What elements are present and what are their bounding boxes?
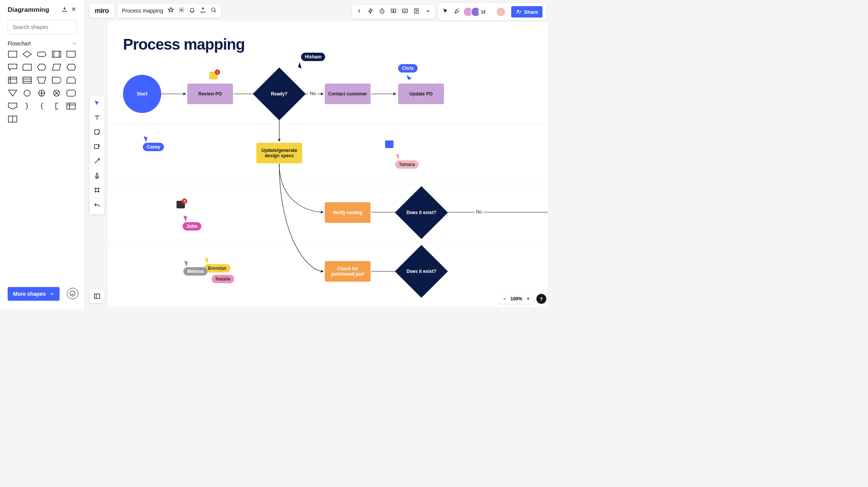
close-panel-icon[interactable] <box>71 6 77 14</box>
user-cursor: Brendan <box>204 258 230 273</box>
shape-data[interactable] <box>52 63 62 71</box>
shape-delay[interactable] <box>52 76 62 84</box>
shape-loop-limit[interactable] <box>66 76 76 84</box>
shape-internal-storage[interactable] <box>8 76 18 84</box>
user-cursor: Chris <box>398 64 418 80</box>
shape-brace-open[interactable] <box>37 102 47 110</box>
participant-avatars[interactable]: 12 <box>465 7 488 17</box>
frame-tool[interactable] <box>92 185 102 195</box>
node-contact-customer[interactable]: Contact customer <box>325 84 371 104</box>
user-cursor: Natalie <box>212 275 234 283</box>
board-header: Process mapping <box>117 4 221 18</box>
share-label: Share <box>524 9 538 15</box>
shape-grid <box>8 50 77 123</box>
shape-tool[interactable] <box>92 142 102 151</box>
shape-brace-close[interactable] <box>22 102 32 110</box>
export-icon[interactable] <box>200 7 206 15</box>
smile-icon <box>70 290 76 297</box>
zoom-out-button[interactable]: − <box>503 296 506 302</box>
node-ready[interactable]: Ready? <box>253 68 306 121</box>
svg-point-5 <box>24 90 30 96</box>
arrow-tool[interactable] <box>92 156 102 166</box>
page-title: Process mapping <box>123 36 245 53</box>
node-exist-2[interactable]: Does it exist? <box>395 245 448 298</box>
shape-display[interactable] <box>66 63 76 71</box>
avatar-self[interactable] <box>496 7 506 17</box>
shape-offpage[interactable] <box>8 102 18 110</box>
voting-icon[interactable] <box>402 8 408 16</box>
node-exist-1[interactable]: Does it exist? <box>395 186 448 239</box>
node-start[interactable]: Start <box>123 75 161 113</box>
pen-tool[interactable] <box>92 171 102 180</box>
shape-stored-data[interactable] <box>22 76 32 84</box>
shape-or[interactable] <box>52 89 62 97</box>
more-shapes-button[interactable]: More shapes <box>8 287 60 301</box>
timer-icon[interactable] <box>379 8 385 16</box>
sticky-tool[interactable] <box>92 127 102 137</box>
comment-thread[interactable]: 1 <box>209 72 218 79</box>
help-button[interactable]: ? <box>536 294 546 304</box>
cursor-icon[interactable] <box>442 8 449 16</box>
shape-connector[interactable] <box>22 89 32 97</box>
comment-badge: 3 <box>182 198 187 204</box>
text-tool[interactable] <box>92 113 102 122</box>
search-shapes-input[interactable] <box>8 20 77 34</box>
arrow-right-icon <box>49 291 54 297</box>
notes-icon[interactable] <box>413 8 419 16</box>
node-update-specs[interactable]: Update/generate design specs <box>256 143 302 163</box>
shape-card[interactable] <box>22 63 32 71</box>
chevron-left-small-icon[interactable] <box>356 8 362 16</box>
svg-point-14 <box>181 9 182 11</box>
shape-grid[interactable] <box>8 115 18 123</box>
node-verify-routing[interactable]: Verify routing <box>325 202 371 223</box>
shape-bracket[interactable] <box>52 102 62 110</box>
shape-callout[interactable] <box>8 63 18 71</box>
bolt-icon[interactable] <box>368 8 374 16</box>
select-tool[interactable] <box>92 98 102 108</box>
share-button[interactable]: Share <box>511 6 542 18</box>
zoom-level[interactable]: 100% <box>510 296 522 302</box>
zoom-in-button[interactable]: + <box>527 296 530 302</box>
settings-icon[interactable] <box>178 7 185 15</box>
celebrate-icon[interactable] <box>454 8 460 16</box>
shape-terminator[interactable] <box>37 50 47 58</box>
shape-hexagon[interactable] <box>37 63 47 71</box>
node-check-part[interactable]: Check for purchased part <box>325 261 371 282</box>
shape-predefprocess[interactable] <box>52 50 62 58</box>
board-name[interactable]: Process mapping <box>122 8 163 14</box>
shape-manual-op[interactable] <box>37 76 47 84</box>
miro-logo[interactable]: miro <box>89 4 114 18</box>
svg-rect-0 <box>8 51 17 57</box>
bell-icon[interactable] <box>189 7 195 15</box>
svg-rect-13 <box>94 294 100 298</box>
shape-collate[interactable] <box>66 89 76 97</box>
star-icon[interactable] <box>168 7 174 15</box>
shape-diamond[interactable] <box>22 50 32 58</box>
present-icon[interactable] <box>390 8 397 16</box>
shape-merge[interactable] <box>8 89 18 97</box>
shape-table[interactable] <box>66 102 76 110</box>
undo-button[interactable] <box>94 202 100 211</box>
node-review-po[interactable]: Review PO <box>187 84 233 104</box>
reactions-button[interactable] <box>67 288 78 299</box>
category-flowchart[interactable]: Flowchart <box>8 40 77 47</box>
search-icon[interactable] <box>211 7 217 15</box>
diagramming-panel: Diagramming Flowchart <box>0 0 85 309</box>
chevron-down-icon[interactable] <box>425 8 431 16</box>
node-update-po[interactable]: Update PO <box>398 84 444 104</box>
divider <box>108 124 548 125</box>
undo-toolbar <box>89 198 105 214</box>
import-icon[interactable] <box>62 6 68 14</box>
shape-rectangle[interactable] <box>8 50 18 58</box>
comment-thread[interactable]: 3 <box>177 201 185 208</box>
user-cursor: Melissa <box>183 261 207 276</box>
svg-rect-8 <box>67 90 75 96</box>
canvas[interactable]: Process mapping Start Review PO Ready? C… <box>108 21 548 307</box>
hide-panels-button[interactable] <box>89 289 105 303</box>
top-right-cluster: 12 Share <box>352 3 546 21</box>
svg-rect-1 <box>37 52 46 56</box>
comment-thread[interactable] <box>385 140 394 148</box>
shape-sum[interactable] <box>37 89 47 97</box>
user-cursor: John <box>183 216 201 231</box>
shape-alt-process[interactable] <box>66 50 76 58</box>
